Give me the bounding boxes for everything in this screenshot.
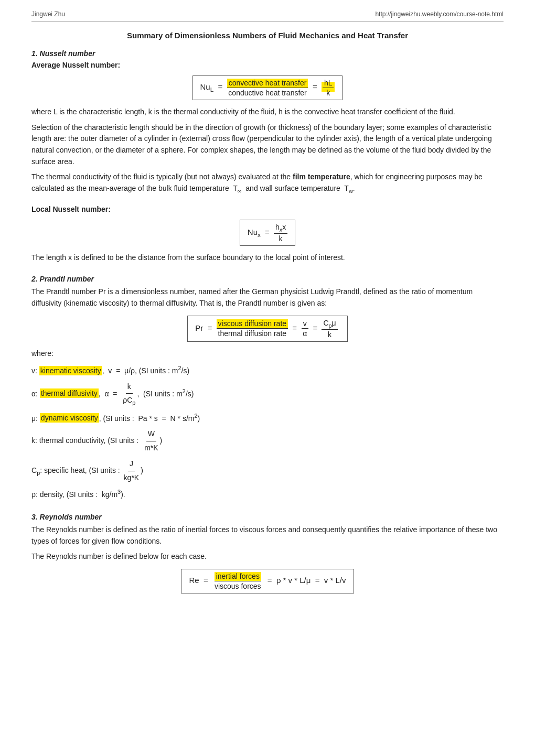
section-prandtl: 2. Prandtl number The Prandtl number Pr …: [31, 275, 504, 501]
avg-nusselt-subheading: Average Nusselt number:: [31, 61, 504, 69]
local-nusselt-formula-box: Nux = hxx k: [240, 220, 295, 246]
section-nusselt: 1. Nusselt number Average Nusselt number…: [31, 49, 504, 263]
reynolds-formula: Re = inertial forces viscous forces = ρ …: [31, 569, 504, 593]
nusselt-local-formula: Nux = hxx k: [31, 220, 504, 246]
prandtl-variables: v: kinematic viscosity, v = μ/ρ, (SI uni…: [31, 363, 504, 501]
reynolds-desc1: The Reynolds number is defined as the ra…: [31, 524, 504, 547]
page-title: Summary of Dimensionless Numbers of Flui…: [31, 31, 504, 40]
var-k: k: thermal conductivity, (SI units : W m…: [31, 428, 504, 455]
var-cp: Cp: specific heat, (SI units : J kg*K ): [31, 458, 504, 484]
author-name: Jingwei Zhu: [31, 10, 65, 18]
nusselt-desc2: Selection of the characteristic length s…: [31, 122, 504, 168]
section-heading-prandtl: 2. Prandtl number: [31, 275, 504, 283]
var-mu: μ: dynamic viscosity, (SI units : Pa * s…: [31, 411, 504, 425]
prandtl-formula: Pr = viscous diffusion rate thermal diff…: [31, 316, 504, 342]
section-reynolds: 3. Reynolds number The Reynolds number i…: [31, 513, 504, 593]
page-header: Jingwei Zhu http://jingweizhu.weebly.com…: [31, 10, 504, 21]
prandtl-desc1: The Prandtl number Pr is a dimensionless…: [31, 286, 504, 309]
local-nusselt-desc: The length x is defined to be the distan…: [31, 252, 504, 264]
nusselt-desc3: The thermal conductivity of the fluid is…: [31, 171, 504, 195]
prandtl-where: where:: [31, 348, 504, 360]
var-alpha: α: thermal diffusivity, α = k ρCp , (SI …: [31, 381, 504, 408]
reynolds-formula-box: Re = inertial forces viscous forces = ρ …: [181, 569, 354, 593]
nusselt-formula-box: NuL = convective heat transfer conductiv…: [192, 75, 343, 100]
section-heading-reynolds: 3. Reynolds number: [31, 513, 504, 521]
local-nusselt-subheading: Local Nusselt number:: [31, 205, 504, 213]
nusselt-desc1: where L is the characteristic length, k …: [31, 106, 504, 118]
reynolds-desc2: The Reynolds number is defined below for…: [31, 551, 504, 563]
var-rho: ρ: density, (SI units : kg/m3).: [31, 487, 504, 501]
url-text: http://jingweizhu.weebly.com/course-note…: [375, 10, 504, 18]
nusselt-avg-formula: NuL = convective heat transfer conductiv…: [31, 75, 504, 100]
prandtl-formula-box: Pr = viscous diffusion rate thermal diff…: [187, 316, 347, 342]
var-v: v: kinematic viscosity, v = μ/ρ, (SI uni…: [31, 363, 504, 377]
local-nusselt-section: Local Nusselt number: Nux = hxx k The: [31, 205, 504, 263]
section-heading-nusselt: 1. Nusselt number: [31, 49, 504, 58]
